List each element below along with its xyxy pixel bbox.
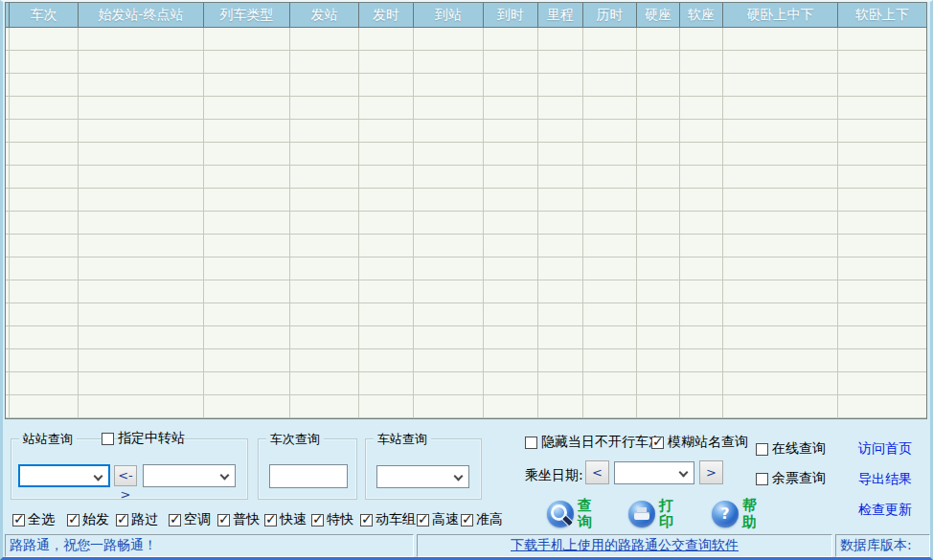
table-cell (414, 280, 484, 303)
checkbox-icon[interactable] (102, 433, 114, 445)
remaining-tickets-checkbox[interactable]: 余票查询 (756, 470, 826, 487)
table-cell (79, 212, 204, 235)
grid-header-cell[interactable]: 到站 (414, 3, 484, 28)
station-query-combobox[interactable] (376, 465, 469, 488)
checkbox-checked-icon[interactable] (651, 437, 664, 449)
export-results-link[interactable]: 导出结果 (858, 471, 920, 488)
grid-header-cell[interactable]: 软座 (680, 3, 723, 28)
checkbox-checked-icon[interactable] (67, 514, 80, 526)
grid-header-cell[interactable]: 发时 (359, 3, 414, 28)
chevron-down-icon[interactable] (679, 468, 689, 478)
filter-checkbox-2[interactable]: 始发 (67, 511, 109, 528)
table-cell (583, 28, 637, 51)
checkbox-checked-icon[interactable] (360, 514, 373, 526)
table-row[interactable] (6, 372, 926, 395)
table-cell (538, 395, 583, 418)
table-cell (838, 166, 927, 189)
grid-header-cell[interactable]: 硬座 (637, 3, 680, 28)
table-cell (484, 212, 538, 235)
table-cell (359, 97, 414, 120)
checkbox-icon[interactable] (525, 437, 537, 449)
table-row[interactable] (6, 326, 926, 349)
table-row[interactable] (6, 235, 926, 258)
grid-header-cell[interactable]: 到时 (484, 3, 538, 28)
visit-homepage-link[interactable]: 访问首页 (858, 440, 920, 458)
checkbox-checked-icon[interactable] (311, 514, 324, 526)
table-row[interactable] (6, 303, 926, 326)
table-cell (79, 395, 204, 418)
fuzzy-station-name-checkbox[interactable]: 模糊站名查询 (651, 434, 748, 451)
filter-checkbox-6[interactable]: 快速 (264, 511, 307, 528)
filter-checkbox-7[interactable]: 特快 (311, 511, 353, 528)
table-cell (10, 189, 79, 212)
grid-header-cell[interactable]: 里程 (538, 3, 583, 28)
checkbox-checked-icon[interactable] (461, 514, 473, 526)
grid-header-cell[interactable]: 发站 (290, 3, 359, 28)
table-cell (204, 326, 290, 349)
table-cell (204, 166, 290, 189)
grid-header-cell[interactable]: 软卧上下 (838, 3, 927, 28)
to-station-combobox[interactable] (143, 464, 236, 487)
checkbox-checked-icon[interactable] (116, 514, 128, 526)
grid-header-cell[interactable]: 历时 (583, 3, 637, 28)
checkbox-checked-icon[interactable] (264, 514, 277, 526)
checkbox-icon[interactable] (756, 473, 768, 485)
filter-checkbox-4[interactable]: 空调 (169, 511, 211, 528)
filter-checkbox-5[interactable]: 普快 (217, 511, 260, 528)
train-number-input[interactable] (269, 464, 348, 488)
table-row[interactable] (6, 74, 926, 97)
table-cell (10, 349, 79, 372)
filter-checkbox-1[interactable]: 全选 (12, 511, 55, 528)
table-cell (414, 74, 484, 97)
table-cell (838, 189, 927, 212)
download-mobile-app-link[interactable]: 下载手机上使用的路路通公交查询软件 (511, 537, 739, 554)
table-row[interactable] (6, 166, 926, 189)
filter-checkbox-3[interactable]: 路过 (116, 511, 158, 528)
table-row[interactable] (6, 395, 926, 418)
table-cell (359, 74, 414, 97)
table-cell (838, 349, 927, 372)
date-prev-button[interactable]: < (585, 460, 609, 484)
table-cell (10, 143, 79, 166)
table-cell (484, 303, 538, 326)
hide-not-running-checkbox[interactable]: 隐藏当日不开行车次 (525, 434, 662, 451)
transfer-station-checkbox[interactable]: 指定中转站 (102, 430, 185, 447)
filter-checkbox-8[interactable]: 动车组 (360, 511, 416, 528)
checkbox-checked-icon[interactable] (12, 514, 25, 526)
table-row[interactable] (6, 51, 926, 74)
table-cell (204, 28, 290, 51)
online-query-checkbox[interactable]: 在线查询 (756, 440, 826, 458)
grid-header-cell[interactable]: 始发站-终点站 (79, 3, 204, 28)
chevron-down-icon[interactable] (454, 472, 464, 482)
grid-header-cell[interactable]: 列车类型 (204, 3, 290, 28)
checkbox-checked-icon[interactable] (169, 514, 181, 526)
table-cell (484, 189, 538, 212)
checkbox-checked-icon[interactable] (217, 514, 230, 526)
table-row[interactable] (6, 97, 926, 120)
table-row[interactable] (6, 28, 926, 51)
table-cell (290, 74, 359, 97)
grid-header-cell[interactable]: 硬卧上中下 (723, 3, 838, 28)
table-row[interactable] (6, 258, 926, 280)
table-row[interactable] (6, 189, 926, 212)
chevron-down-icon[interactable] (220, 471, 230, 481)
travel-date-combobox[interactable] (614, 461, 694, 484)
table-row[interactable] (6, 349, 926, 372)
from-station-combobox[interactable] (18, 464, 110, 487)
date-next-button[interactable]: > (699, 460, 723, 484)
table-cell (414, 97, 484, 120)
table-cell (290, 395, 359, 418)
table-cell (838, 28, 927, 51)
checkbox-checked-icon[interactable] (417, 514, 429, 526)
checkbox-icon[interactable] (756, 443, 768, 456)
table-row[interactable] (6, 280, 926, 303)
filter-checkbox-10[interactable]: 准高 (461, 511, 503, 528)
grid-header-cell[interactable]: 车次 (10, 3, 79, 28)
table-cell (680, 143, 723, 166)
table-row[interactable] (6, 212, 926, 235)
table-row[interactable] (6, 120, 926, 143)
table-row[interactable] (6, 143, 926, 166)
chevron-down-icon[interactable] (94, 472, 103, 482)
filter-checkbox-9[interactable]: 高速 (417, 511, 459, 528)
swap-stations-button[interactable]: <-> (114, 465, 137, 486)
